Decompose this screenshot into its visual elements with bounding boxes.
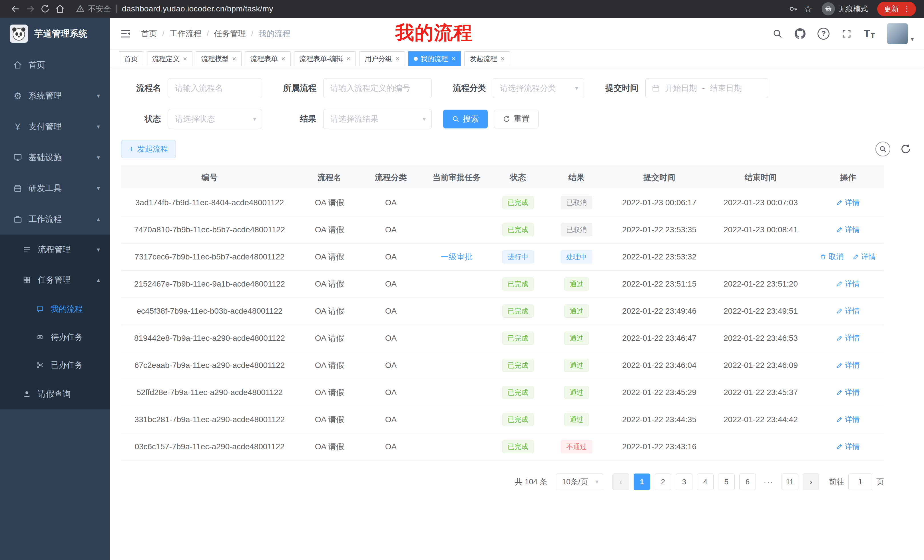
submit-time: 2022-01-22 23:45:29: [609, 379, 709, 406]
font-size-icon[interactable]: TT: [864, 28, 875, 40]
status-badge: 进行中: [502, 250, 534, 264]
kebab-menu-icon[interactable]: ⋮: [903, 5, 911, 13]
breadcrumb-item[interactable]: 任务管理: [214, 28, 246, 39]
tab-user-group[interactable]: 用户分组 ×: [359, 51, 405, 66]
detail-link[interactable]: 详情: [836, 360, 860, 370]
sidebar-item-infrastructure[interactable]: 基础设施 ▾: [0, 142, 110, 173]
avatar[interactable]: [887, 23, 908, 44]
process-name-input[interactable]: [168, 78, 262, 98]
sidebar-item-my-processes[interactable]: 我的流程: [0, 295, 110, 323]
submit-time: 2022-01-22 23:53:35: [609, 216, 709, 244]
sidebar-item-home[interactable]: 首页: [0, 49, 110, 81]
prev-page-button[interactable]: ‹: [612, 473, 629, 490]
detail-link[interactable]: 详情: [836, 333, 860, 343]
close-icon[interactable]: ×: [501, 55, 504, 63]
user-menu[interactable]: ▾: [887, 23, 914, 44]
tab-process-form[interactable]: 流程表单 ×: [245, 51, 291, 66]
sidebar-item-label: 请假查询: [38, 388, 71, 400]
detail-link[interactable]: 详情: [836, 415, 860, 424]
owner-process-input[interactable]: [323, 78, 432, 98]
bookmark-star-icon[interactable]: ☆: [801, 1, 816, 16]
tab-home[interactable]: 首页: [119, 51, 143, 66]
tab-process-definition[interactable]: 流程定义 ×: [147, 51, 192, 66]
detail-link[interactable]: 详情: [836, 198, 860, 208]
hamburger-icon[interactable]: [120, 28, 131, 39]
close-icon[interactable]: ×: [396, 55, 399, 63]
incognito-badge: 无痕模式: [822, 2, 868, 15]
status-select[interactable]: 请选择状态 ▾: [168, 109, 262, 129]
close-icon[interactable]: ×: [346, 55, 350, 63]
search-toggle-icon[interactable]: [876, 142, 890, 156]
github-icon[interactable]: [795, 28, 806, 39]
detail-link[interactable]: 详情: [836, 306, 860, 316]
tab-process-model[interactable]: 流程模型 ×: [196, 51, 242, 66]
tab-process-form-edit[interactable]: 流程表单-编辑 ×: [294, 51, 356, 66]
sidebar-item-done-tasks[interactable]: 已办任务: [0, 351, 110, 379]
submit-time-range-picker[interactable]: 开始日期 - 结束日期: [645, 78, 768, 98]
sidebar-item-task-management[interactable]: 任务管理 ▴: [0, 265, 110, 295]
help-icon[interactable]: ?: [818, 28, 830, 40]
sidebar-item-devtools[interactable]: 研发工具 ▾: [0, 173, 110, 204]
close-icon[interactable]: ×: [183, 55, 187, 63]
sidebar-item-workflow[interactable]: 工作流程 ▴: [0, 204, 110, 235]
table-row: 03c6c157-7b9a-11ec-a290-acde48001122 OA …: [121, 433, 884, 460]
key-icon[interactable]: [786, 1, 801, 16]
reset-button[interactable]: 重置: [494, 109, 538, 129]
page-button[interactable]: 2: [655, 473, 671, 490]
search-button[interactable]: 搜索: [443, 109, 488, 129]
page-size-select[interactable]: 10条/页 ▾: [556, 473, 603, 490]
page-button[interactable]: 11: [782, 473, 798, 490]
sidebar-item-payment[interactable]: ¥ 支付管理 ▾: [0, 111, 110, 142]
breadcrumb-item[interactable]: 工作流程: [170, 28, 202, 39]
filter-label-process-name: 流程名: [121, 82, 161, 94]
close-icon[interactable]: ×: [452, 55, 455, 63]
tab-start-process[interactable]: 发起流程 ×: [464, 51, 510, 66]
current-task-link[interactable]: 一级审批: [441, 252, 472, 262]
home-icon[interactable]: [52, 1, 68, 16]
cancel-link[interactable]: 取消: [820, 252, 843, 262]
breadcrumb-item[interactable]: 首页: [141, 28, 157, 39]
close-icon[interactable]: ×: [232, 55, 236, 63]
sidebar-item-label: 待办任务: [51, 332, 83, 343]
refresh-icon[interactable]: [900, 143, 911, 155]
result-badge: 通过: [564, 277, 589, 290]
briefcase-icon: [11, 215, 24, 224]
fullscreen-icon[interactable]: [842, 28, 852, 39]
sidebar-item-label: 任务管理: [38, 274, 71, 286]
sidebar-item-process-management[interactable]: 流程管理 ▾: [0, 235, 110, 265]
detail-link[interactable]: 详情: [836, 387, 860, 397]
search-icon[interactable]: [772, 28, 783, 39]
close-icon[interactable]: ×: [281, 55, 285, 63]
process-category: OA: [361, 298, 421, 325]
next-page-button[interactable]: ›: [802, 473, 819, 490]
detail-link[interactable]: 详情: [853, 252, 876, 262]
current-task: [421, 216, 492, 244]
page-button[interactable]: 4: [697, 473, 714, 490]
page-button[interactable]: 5: [718, 473, 735, 490]
tab-label: 流程表单-编辑: [300, 54, 343, 63]
reload-icon[interactable]: [38, 1, 52, 16]
process-id: 52ffd28e-7b9a-11ec-a290-acde48001122: [121, 379, 298, 406]
sidebar-item-system[interactable]: ⚙ 系统管理 ▾: [0, 81, 110, 111]
page-button[interactable]: 3: [676, 473, 692, 490]
detail-link[interactable]: 详情: [836, 225, 860, 235]
result-select[interactable]: 请选择流结果 ▾: [323, 109, 432, 129]
address-bar[interactable]: 不安全 dashboard.yudao.iocoder.cn/bpm/task/…: [76, 4, 777, 14]
tab-my-processes[interactable]: 我的流程 ×: [408, 51, 461, 66]
sidebar-item-leave-query[interactable]: 请假查询: [0, 379, 110, 409]
goto-page-input[interactable]: [848, 473, 872, 490]
breadcrumb-separator: /: [251, 29, 254, 38]
detail-link[interactable]: 详情: [836, 279, 860, 289]
table-header-row: 编号 流程名 流程分类 当前审批任务 状态 结果 提交时间 结束时间 操作: [121, 166, 884, 189]
update-button[interactable]: 更新 ⋮: [877, 2, 916, 16]
page-button[interactable]: 1: [634, 473, 650, 490]
category-select[interactable]: 请选择流程分类 ▾: [493, 78, 584, 98]
back-icon[interactable]: [8, 1, 23, 16]
page-button[interactable]: 6: [739, 473, 756, 490]
more-pages-icon[interactable]: ···: [760, 473, 777, 490]
navbar: 首页 / 工作流程 / 任务管理 / 我的流程 我的流程 ?: [110, 18, 924, 49]
forward-icon[interactable]: [23, 1, 38, 16]
sidebar-item-pending-tasks[interactable]: 待办任务: [0, 323, 110, 351]
create-process-button[interactable]: + 发起流程: [121, 140, 176, 158]
detail-link[interactable]: 详情: [836, 442, 860, 452]
